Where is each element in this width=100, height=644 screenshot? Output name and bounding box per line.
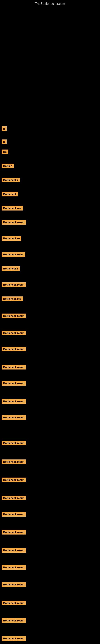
- bottleneck-item-11: Bottleneck r: [1, 266, 20, 271]
- bottleneck-item-26: Bottleneck result: [1, 530, 26, 534]
- bottleneck-item-25: Bottleneck result: [1, 512, 26, 516]
- bottleneck-item-23: Bottleneck result: [1, 478, 26, 482]
- bottleneck-item-24: Bottleneck result: [1, 496, 26, 500]
- bottleneck-item-32: Bottleneck result: [1, 636, 26, 641]
- bottleneck-item-15: Bottleneck result: [1, 331, 26, 335]
- bottleneck-item-19: Bottleneck result: [1, 399, 26, 404]
- bottleneck-item-6: Bottleneck: [1, 192, 18, 196]
- bottleneck-item-9: Bottleneck re: [1, 236, 21, 241]
- bottleneck-item-5: Bottleneck r: [1, 178, 20, 182]
- bottleneck-item-2: B: [1, 140, 7, 144]
- bottleneck-item-18: Bottleneck result: [1, 381, 26, 386]
- bottleneck-item-17: Bottleneck result: [1, 365, 26, 370]
- bottleneck-item-28: Bottleneck result: [1, 565, 26, 570]
- bottleneck-item-12: Bottleneck result: [1, 282, 26, 287]
- bottleneck-item-14: Bottleneck result: [1, 314, 26, 318]
- bottleneck-item-7: Bottleneck res: [1, 206, 23, 210]
- bottleneck-item-29: Bottleneck result: [1, 582, 26, 587]
- bottleneck-item-3: Bo: [1, 150, 8, 154]
- bottleneck-item-31: Bottleneck result: [1, 618, 26, 623]
- bottleneck-item-20: Bottleneck result: [1, 415, 26, 420]
- bottleneck-item-13: Bottleneck res: [1, 296, 23, 301]
- bottleneck-item-1: B: [1, 126, 7, 131]
- bottleneck-item-22: Bottleneck result: [1, 460, 26, 464]
- site-title: TheBottlenecker.com: [0, 0, 100, 7]
- bottleneck-item-4: Bottlen: [1, 164, 14, 168]
- bottleneck-item-8: Bottleneck result: [1, 220, 26, 224]
- bottleneck-item-21: Bottleneck result: [1, 441, 26, 445]
- bottleneck-item-16: Bottleneck result: [1, 347, 26, 352]
- bottleneck-item-10: Bottleneck resul: [1, 252, 25, 257]
- bottleneck-item-30: Bottleneck result: [1, 601, 26, 605]
- bottleneck-item-27: Bottleneck result: [1, 548, 26, 553]
